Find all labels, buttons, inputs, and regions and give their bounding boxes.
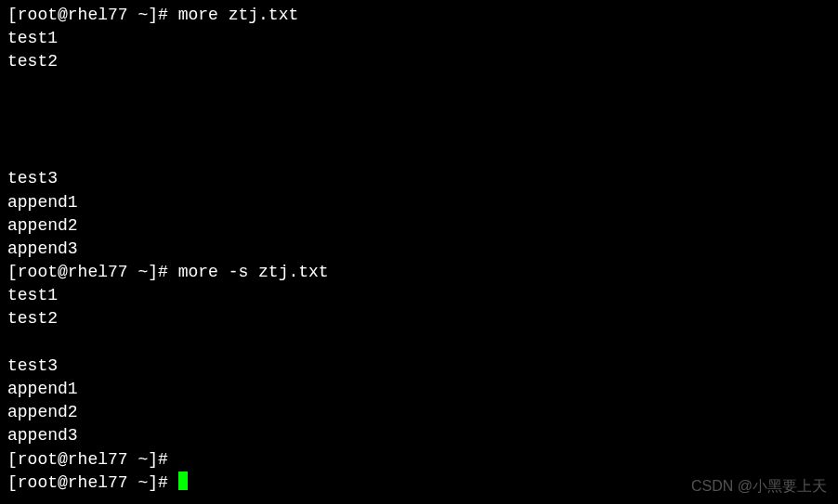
- output-line: append1: [7, 378, 831, 401]
- output-line: append2: [7, 214, 831, 238]
- blank-line: [7, 121, 831, 144]
- blank-line: [7, 331, 831, 355]
- command-text: more -s ztj.txt: [178, 263, 329, 281]
- prompt-line-1: [root@rhel77 ~]# more ztj.txt: [7, 4, 831, 27]
- blank-line: [7, 74, 831, 97]
- output-line: test1: [7, 284, 831, 307]
- watermark-text: CSDN @小黑要上天: [691, 476, 827, 497]
- cursor-icon: [178, 472, 188, 490]
- blank-line: [7, 97, 831, 121]
- command-text: more ztj.txt: [178, 6, 299, 24]
- output-line: test3: [7, 167, 831, 190]
- terminal-content[interactable]: [root@rhel77 ~]# more ztj.txt test1 test…: [7, 4, 831, 495]
- prompt-text: [root@rhel77 ~]#: [7, 6, 178, 24]
- output-line: append2: [7, 401, 831, 424]
- output-line: append3: [7, 238, 831, 261]
- prompt-line-2: [root@rhel77 ~]# more -s ztj.txt: [7, 261, 831, 284]
- output-line: test2: [7, 50, 831, 73]
- prompt-line-3: [root@rhel77 ~]#: [7, 448, 831, 472]
- output-line: test3: [7, 355, 831, 378]
- output-line: append1: [7, 191, 831, 214]
- blank-line: [7, 144, 831, 167]
- prompt-text: [root@rhel77 ~]#: [7, 450, 178, 469]
- prompt-text: [root@rhel77 ~]#: [7, 473, 178, 492]
- prompt-text: [root@rhel77 ~]#: [7, 263, 178, 281]
- output-line: append3: [7, 424, 831, 447]
- output-line: test2: [7, 307, 831, 330]
- output-line: test1: [7, 27, 831, 50]
